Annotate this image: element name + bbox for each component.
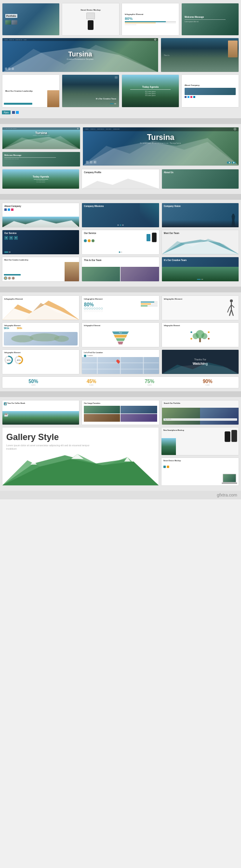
svg-point-23: [54, 335, 69, 342]
svg-point-30: [191, 338, 193, 340]
s3-row-1: About Company Company Missio: [2, 203, 239, 228]
pct-45: 45%: [87, 379, 96, 384]
slide-tursina-small[interactable]: ≡ Home | About | Team | Infographics Tur…: [2, 127, 80, 150]
slide-creative-team-s3[interactable]: It's Our Creative Team: [161, 257, 239, 282]
svg-point-27: [201, 333, 208, 339]
slide-agenda-s2[interactable]: Today Agenda 01 Lorem ipsum 02 Lorem ips…: [2, 169, 80, 189]
slide-infographic-funnel[interactable]: Infographic Element Pptx: [81, 322, 159, 347]
row-1: Portfolio Smart Device Mockup: [2, 3, 239, 36]
welcome-label: Welcome Message: [185, 16, 204, 18]
coffee-label: It's Time For Coffee Break: [4, 402, 77, 405]
agenda-s2-label: Today Agenda: [33, 175, 49, 178]
slide-infographic-1[interactable]: Infographic Element 80% ⬡⬡⬡⬡⬡⬡⬡⬡: [121, 3, 179, 36]
creative-team-s3-label: It's Our Creative Team: [164, 259, 237, 262]
svg-text:50%: 50%: [7, 358, 11, 361]
vision-label: Company Vision: [164, 205, 237, 207]
slide-welcome[interactable]: Welcome Message Lorem ipsum dolor sit: [181, 3, 239, 36]
pptx-badge: Pptx: [2, 110, 11, 114]
slide-tursina-hero[interactable]: Home About Us What We Do Team Turs: [2, 38, 159, 72]
slide-infographic-circles[interactable]: Infographic Element 50%: [2, 349, 80, 374]
slide-gallery-style[interactable]: Gallery Style Lorem ipsum dolor sit amet…: [2, 427, 159, 486]
slide-infographic-hiker[interactable]: Infographic Element: [161, 295, 239, 320]
main-hero-title: Tursina: [83, 133, 239, 142]
svg-point-14: [230, 299, 233, 302]
section2-hero: Home About Us What We Do Our Team Infogr…: [82, 127, 239, 167]
funnel-label: Infographic Element: [84, 325, 157, 327]
s4-row-1: Infographic Element Infographic Element …: [2, 295, 239, 320]
slide-agenda[interactable]: Today Agenda 01 Lorem ipsum 02 Lorem ips…: [121, 74, 179, 107]
image-fav-label: Our Image Favorites: [84, 402, 157, 404]
s3-row-3: Meet Our Creative Leadership This Is Our: [2, 257, 239, 282]
slide-creative-team[interactable]: It's Our Creative Team: [62, 74, 120, 107]
slide-our-service-dark[interactable]: Our Service ● ● ●: [2, 230, 80, 255]
welcome-s2-label: Welcome Message: [4, 154, 78, 156]
svg-marker-49: [124, 457, 131, 461]
slide-search-portfolio[interactable]: Search Our Portfolio 🔍 Search...: [161, 400, 239, 425]
company-profile-label: Company Profile: [84, 171, 101, 174]
tursina-main-title: Tursina: [67, 50, 94, 58]
slide-infographic-worldmap[interactable]: Infographic Element $61k $96k: [2, 322, 80, 347]
slide-company-vision[interactable]: Company Vision: [161, 203, 239, 228]
slide-this-is[interactable]: This Is: [161, 38, 239, 72]
s5-row-1: It's Time For Coffee Break ☕ ☕ Our Image…: [2, 400, 239, 425]
s5-row-2: Gallery Style Lorem ipsum dolor sit amet…: [2, 427, 239, 486]
slide-smartphone[interactable]: New Smartphone Mockup: [161, 427, 239, 455]
about-company-label: About Company: [4, 205, 77, 207]
section-gap-4: [0, 391, 241, 397]
about-label: About Company: [185, 84, 200, 86]
svg-point-21: [11, 335, 33, 342]
slide-company-profile[interactable]: Company Profile: [81, 169, 159, 189]
infographic-hiker-label: Infographic Element: [164, 298, 237, 300]
device-label: Smart Device Mockup: [80, 9, 101, 11]
svg-marker-6: [82, 179, 159, 189]
slide-infographic-mountains[interactable]: Infographic Element: [2, 295, 80, 320]
slide-thanks[interactable]: Thanks For Watching: [161, 349, 239, 374]
tursina-s2-subtitle: Creative Presentation Template: [2, 135, 80, 136]
pct-50: 50%: [28, 379, 38, 384]
about-us-label: About Us: [164, 171, 174, 174]
svg-line-18: [229, 309, 231, 316]
svg-point-29: [208, 331, 210, 333]
slide-coffee[interactable]: It's Time For Coffee Break ☕ ☕: [2, 400, 80, 425]
slide-leadership-s3[interactable]: Meet Our Creative Leadership: [2, 257, 80, 282]
infographic-progress-label: Infographic Element: [84, 298, 157, 300]
s3-row-2: Our Service ● ● ● Our Service: [2, 230, 239, 255]
svg-text:45%: 45%: [17, 358, 21, 361]
slide-about[interactable]: About Company: [181, 74, 239, 107]
slide-portfolio[interactable]: Portfolio: [2, 3, 60, 36]
slide-leadership[interactable]: Meet Our Creative Leadership: [2, 74, 60, 107]
section2-left: ≡ Home | About | Team | Infographics Tur…: [2, 127, 80, 167]
slide-infographic-progress[interactable]: Infographic Element 80% ⬡⬡⬡⬡⬡⬡⬡⬡ ⬡⬡⬡⬡⬡⬡⬡…: [81, 295, 159, 320]
slide-about-company[interactable]: About Company: [2, 203, 80, 228]
svg-point-31: [208, 338, 210, 340]
section-gap-3: [0, 287, 241, 292]
slide-image-favorites[interactable]: Our Image Favorites: [81, 400, 159, 425]
tursina-s2-title: Tursina: [2, 131, 80, 135]
svg-point-26: [193, 333, 199, 339]
slide-meet-team[interactable]: Meet Our Team: [161, 230, 239, 255]
section-2: ≡ Home | About | Team | Infographics Tur…: [0, 124, 241, 194]
section2-row-2: Today Agenda 01 Lorem ipsum 02 Lorem ips…: [2, 169, 239, 189]
section-5: It's Time For Coffee Break ☕ ☕ Our Image…: [0, 397, 241, 491]
meet-team-label: Meet Our Team: [164, 232, 237, 234]
svg-point-28: [191, 331, 193, 333]
smart-device-label: Smart Device Mockup: [163, 460, 237, 462]
gallery-title: Gallery Style: [6, 432, 155, 442]
slide-main-hero[interactable]: Home About Us What We Do Our Team Infogr…: [82, 127, 239, 166]
slide-location[interactable]: Let's Find Our Location: [81, 349, 159, 374]
svg-line-20: [228, 308, 229, 312]
slide-this-is-team[interactable]: This Is Our Team: [81, 257, 159, 282]
creative-team-label: It's Our Creative Team: [96, 97, 116, 100]
slide-device[interactable]: Smart Device Mockup: [62, 3, 120, 36]
slide-welcome-s2[interactable]: Welcome Message Lorem ipsum dolor sit am…: [2, 152, 80, 167]
slide-our-service-white[interactable]: Our Service: [81, 230, 159, 255]
slide-smart-device[interactable]: Smart Device Mockup: [161, 457, 239, 486]
main-hero-subtitle: Creative Presentation Template: [83, 142, 239, 144]
slide-infographic-tree[interactable]: Infographic Element: [161, 322, 239, 347]
portfolio-label: Portfolio: [5, 14, 17, 18]
location-label: Let's Find Our Location: [84, 352, 157, 354]
slide-company-missions[interactable]: Company Missions: [81, 203, 159, 228]
section-1: Portfolio Smart Device Mockup: [0, 0, 241, 118]
circles-label: Infographic Element: [4, 352, 77, 354]
slide-about-us-s2[interactable]: About Us: [161, 169, 239, 189]
